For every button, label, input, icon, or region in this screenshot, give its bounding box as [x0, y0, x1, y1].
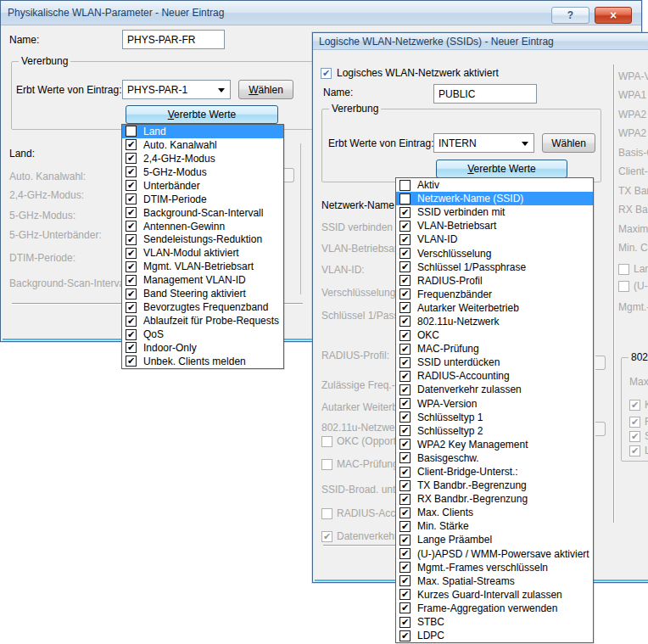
- field-row[interactable]: VLAN-Betriebsart:: [321, 242, 396, 255]
- checkbox-icon[interactable]: [126, 275, 137, 286]
- field-row[interactable]: MAC-Prüfung: [321, 457, 396, 471]
- checkbox-icon[interactable]: [321, 436, 332, 447]
- inherited-value-item[interactable]: Max. Spatial-Streams: [396, 574, 593, 588]
- inherited-value-item[interactable]: MAC-Prüfung: [396, 342, 593, 356]
- field-row[interactable]: WPA2: [618, 126, 646, 140]
- inherited-value-item[interactable]: Antennen-Gewinn: [122, 220, 283, 233]
- inherited-value-item[interactable]: OKC: [396, 328, 593, 342]
- field-row[interactable]: TX Ban: [618, 184, 648, 198]
- inherited-value-item[interactable]: 2,4-GHz-Modus: [122, 152, 283, 165]
- checkbox-icon[interactable]: [126, 153, 137, 164]
- name-input[interactable]: PUBLIC: [433, 84, 537, 104]
- checkbox-icon[interactable]: [126, 126, 137, 137]
- inherited-value-item[interactable]: WPA2 Key Management: [396, 438, 593, 451]
- inherited-value-item[interactable]: SSID unterdücken: [396, 356, 593, 369]
- inherited-value-item[interactable]: RADIUS-Profil: [396, 274, 593, 288]
- inherited-value-item[interactable]: Unterbänder: [122, 179, 283, 193]
- field-row[interactable]: RADIUS-Profil:: [321, 349, 389, 362]
- checkbox-icon[interactable]: [399, 180, 411, 191]
- checkbox-icon[interactable]: [126, 356, 137, 367]
- checkbox-icon[interactable]: [399, 316, 411, 327]
- checkbox-icon[interactable]: [126, 288, 137, 300]
- checkbox-icon[interactable]: [399, 384, 411, 395]
- inherited-value-item[interactable]: Autarker Weiterbetrieb: [396, 301, 593, 315]
- checkbox-icon[interactable]: [629, 431, 640, 442]
- checkbox-icon[interactable]: [399, 630, 411, 641]
- inherited-value-item[interactable]: Schlüsseltyp 2: [396, 424, 593, 438]
- inherited-value-item[interactable]: Management VLAN-ID: [122, 273, 283, 287]
- checkbox-icon[interactable]: [126, 207, 137, 218]
- inherit-from-combobox[interactable]: INTERN: [433, 133, 534, 153]
- field-row[interactable]: SSID verbinden m: [321, 221, 396, 234]
- field-row[interactable]: Zulässige Freq.-B: [321, 378, 396, 392]
- titlebar-physical[interactable]: Physikalische WLAN-Parameter - Neuer Ein…: [1, 1, 641, 25]
- inherited-value-item[interactable]: Aktiv: [396, 178, 593, 192]
- inherited-value-item[interactable]: LDPC: [396, 629, 593, 642]
- checkbox-icon[interactable]: [399, 288, 411, 300]
- inherited-value-item[interactable]: Unbek. Clients melden: [122, 355, 283, 368]
- field-row[interactable]: Basis-G: [618, 146, 648, 160]
- field-row[interactable]: RADIUS-Acco: [321, 507, 396, 520]
- inherited-value-item[interactable]: SSID verbinden mit: [396, 205, 593, 219]
- checkbox-icon[interactable]: [126, 316, 137, 327]
- field-row[interactable]: Maxima: [618, 222, 648, 236]
- field-row[interactable]: 802.11u-Netzwerk: [321, 421, 396, 434]
- inherited-value-item[interactable]: Lange Präambel: [396, 533, 593, 546]
- checkbox-icon[interactable]: [321, 531, 332, 542]
- field-row[interactable]: Client-B: [618, 165, 648, 178]
- checkbox-icon[interactable]: [126, 193, 137, 204]
- field-row[interactable]: Verschlüsselung:: [321, 286, 396, 300]
- inherited-value-item[interactable]: Schlüsseltyp 1: [396, 411, 593, 424]
- checkbox-icon[interactable]: [126, 248, 137, 259]
- help-button[interactable]: ?: [551, 7, 589, 24]
- inherited-value-item[interactable]: (U-)APSD / WMM-Powersave aktiviert: [396, 547, 593, 561]
- inherit-from-combobox[interactable]: PHYS-PAR-1: [122, 80, 231, 99]
- checkbox-icon[interactable]: [399, 275, 411, 286]
- checkbox-icon[interactable]: [399, 221, 411, 232]
- choose-button[interactable]: Wählen: [238, 80, 293, 99]
- checkbox-icon[interactable]: [126, 234, 137, 245]
- inherited-value-item[interactable]: Basisgeschw.: [396, 451, 593, 465]
- inherited-value-item[interactable]: Client-Bridge-Unterst.:: [396, 465, 593, 479]
- checkbox-icon[interactable]: [399, 452, 411, 463]
- close-button[interactable]: ×: [595, 7, 632, 24]
- checkbox-icon[interactable]: [126, 221, 137, 232]
- inherited-value-item[interactable]: RADIUS-Accounting: [396, 369, 593, 383]
- field-row[interactable]: Datenverkehr: [321, 529, 396, 543]
- field-row[interactable]: VLAN-ID:: [321, 263, 365, 277]
- inherited-value-item[interactable]: Datenverkehr zulassen: [396, 383, 593, 396]
- checkbox-icon[interactable]: [126, 166, 137, 177]
- checkbox-icon[interactable]: [399, 234, 411, 245]
- inherited-values-button[interactable]: Vererbte Werte: [436, 160, 567, 178]
- inherited-value-item[interactable]: Sendeleistungs-Reduktion: [122, 233, 283, 247]
- checkbox-icon[interactable]: [399, 371, 411, 382]
- field-row[interactable]: S: [629, 429, 648, 443]
- inherited-value-item[interactable]: Min. Stärke: [396, 519, 593, 533]
- inherited-value-item[interactable]: Background-Scan-Intervall: [122, 206, 283, 220]
- inherited-value-item[interactable]: Ablaufzeit für Probe-Requests: [122, 314, 283, 328]
- inherited-value-item[interactable]: RX Bandbr.-Begrenzung: [396, 492, 593, 506]
- checkbox-icon[interactable]: [618, 264, 629, 275]
- checkbox-icon[interactable]: [399, 207, 411, 218]
- checkbox-icon[interactable]: [629, 400, 640, 411]
- inherited-value-item[interactable]: VLAN-ID: [396, 232, 593, 246]
- checkbox-icon[interactable]: [629, 445, 640, 456]
- field-row[interactable]: WPA2: [618, 108, 646, 121]
- field-row[interactable]: Lan: [618, 262, 648, 276]
- inherited-values-button[interactable]: Vererbte Werte: [126, 105, 278, 124]
- field-row[interactable]: Autarker Weiterbe: [321, 400, 396, 414]
- inherited-value-item[interactable]: Mgmt. VLAN-Betriebsart: [122, 260, 283, 273]
- checkbox-icon[interactable]: [321, 508, 332, 519]
- checkbox-icon[interactable]: [399, 562, 411, 573]
- field-row[interactable]: Netzwerk-Name (S: [321, 199, 396, 212]
- checkbox-icon[interactable]: [399, 261, 411, 272]
- inherited-value-item[interactable]: Kurzes Guard-Intervall zulassen: [396, 588, 593, 602]
- chevron-down-icon[interactable]: [218, 88, 225, 96]
- checkbox-icon[interactable]: [399, 467, 411, 478]
- inherited-value-item[interactable]: Schlüssel 1/Passphrase: [396, 260, 593, 274]
- checkbox-icon[interactable]: [399, 193, 411, 204]
- field-row[interactable]: L: [629, 444, 648, 457]
- inherited-value-item[interactable]: Mgmt.-Frames verschlüsseln: [396, 561, 593, 574]
- checkbox-icon[interactable]: [126, 261, 137, 272]
- checkbox-icon[interactable]: [399, 494, 411, 505]
